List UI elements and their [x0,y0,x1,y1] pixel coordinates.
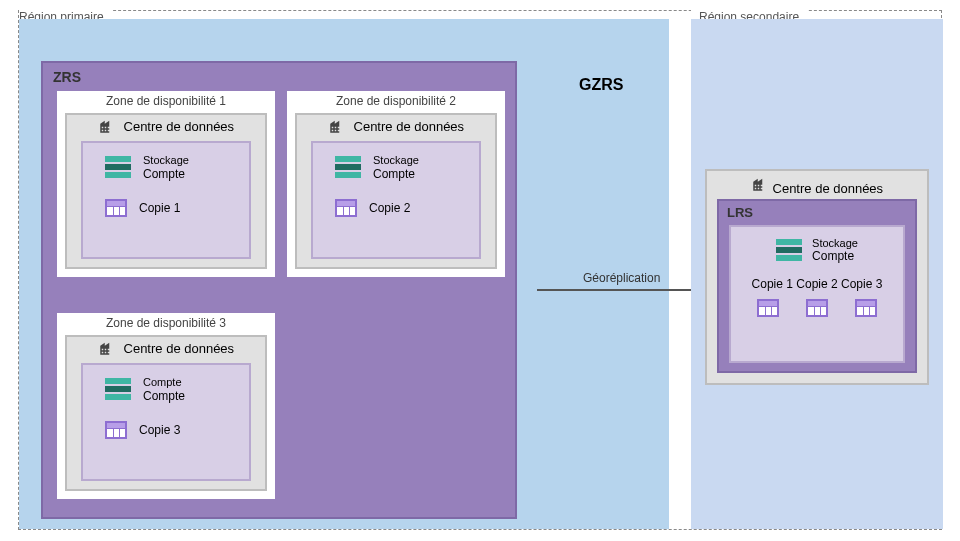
datacenter-label: Centre de données [773,181,884,196]
copy-label: Copie 1 [139,201,180,215]
storage-account-label: Stockage Compte [812,237,858,263]
availability-zone-2: Zone de disponibilité 2 Centre de donnée… [287,91,505,277]
secondary-region: Centre de données LRS Stockage Compte Co… [691,19,943,529]
storage-account-box: Stockage Compte Copie 1 [81,141,251,259]
georeplication-label: Géoréplication [583,271,660,285]
building-icon [98,117,116,138]
zrs-title: ZRS [53,69,81,85]
availability-zone-3: Zone de disponibilité 3 Centre de donnée… [57,313,275,499]
gzrs-label: GZRS [579,76,623,94]
table-icon [806,299,828,317]
storage-account-label: Stockage Compte [373,153,419,181]
building-icon [98,339,116,360]
datacenter-label: Centre de données [124,341,235,356]
storage-account-row: Stockage Compte [105,153,249,181]
copies-labels: Copie 1 Copie 2 Copie 3 [731,277,903,291]
storage-account-row: Stockage Compte [335,153,479,181]
copy-row: Copie 1 [105,199,249,217]
datacenter-box-secondary: Centre de données LRS Stockage Compte Co… [705,169,929,385]
building-icon [328,117,346,138]
storage-icon [105,156,131,178]
storage-account-box: Compte Compte Copie 3 [81,363,251,481]
table-icon [757,299,779,317]
datacenter-title: Centre de données [67,339,265,360]
copy-row: Copie 2 [335,199,479,217]
lrs-box: LRS Stockage Compte Copie 1 Copie 2 Copi… [717,199,917,373]
storage-icon [105,378,131,400]
table-icon [105,199,127,217]
datacenter-title: Centre de données [707,171,927,196]
copy-label: Copie 3 [139,423,180,437]
primary-region: GZRS ZRS Zone de disponibilité 1 Centre … [19,19,669,529]
copy-label: Copie 2 [369,201,410,215]
lrs-title: LRS [719,201,915,224]
az2-title: Zone de disponibilité 2 [287,91,505,113]
datacenter-box: Centre de données Stockage Compte [65,113,267,269]
table-icon [105,421,127,439]
building-icon [751,181,769,196]
storage-account-row: Compte Compte [105,375,249,403]
copy-row: Copie 3 [105,421,249,439]
storage-account-box: Stockage Compte Copie 1 Copie 2 Copie 3 [729,225,905,363]
storage-icon [776,239,802,261]
datacenter-box: Centre de données Stockage Compte [295,113,497,269]
datacenter-title: Centre de données [67,117,265,138]
storage-account-label: Stockage Compte [143,153,189,181]
storage-icon [335,156,361,178]
copies-icons [731,299,903,317]
datacenter-box: Centre de données Compte Compte C [65,335,267,491]
table-icon [335,199,357,217]
datacenter-label: Centre de données [354,119,465,134]
storage-account-label: Compte Compte [143,375,185,403]
availability-zone-1: Zone de disponibilité 1 Centre de donnée… [57,91,275,277]
storage-account-row: Stockage Compte [731,237,903,263]
datacenter-title: Centre de données [297,117,495,138]
zrs-box: ZRS Zone de disponibilité 1 Centre de do… [41,61,517,519]
table-icon [855,299,877,317]
diagram-frame: Région primaire Région secondaire GZRS Z… [18,10,942,530]
az1-title: Zone de disponibilité 1 [57,91,275,113]
storage-account-box: Stockage Compte Copie 2 [311,141,481,259]
datacenter-label: Centre de données [124,119,235,134]
az3-title: Zone de disponibilité 3 [57,313,275,335]
